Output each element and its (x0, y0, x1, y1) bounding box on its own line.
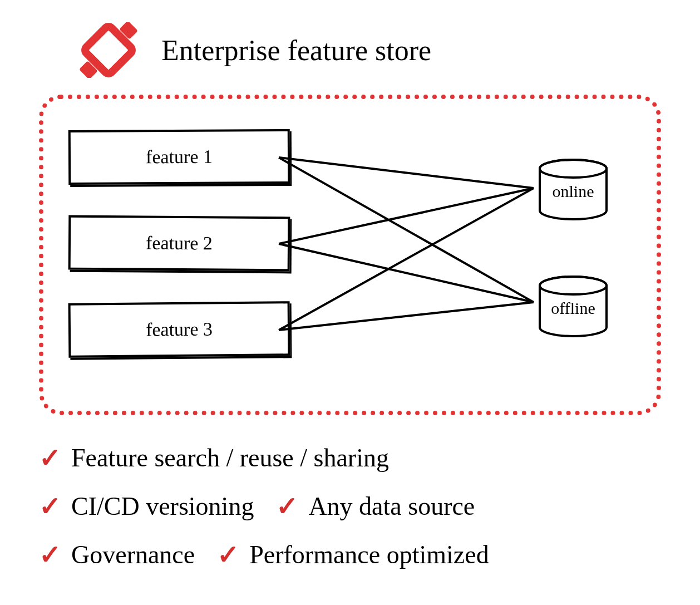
bullet-item: ✓ Any data source (276, 491, 475, 521)
svg-line-11 (279, 188, 534, 330)
diagram-canvas: feature 1 feature 2 feature 3 online off… (68, 124, 629, 380)
bullet-text: Any data source (308, 491, 475, 521)
bullet-row: ✓ Feature search / reuse / sharing (39, 443, 661, 473)
bullet-row: ✓ CI/CD versioning ✓ Any data source (39, 491, 661, 521)
check-icon: ✓ (217, 542, 239, 568)
database-offline: offline (534, 274, 612, 338)
bullet-text: Performance optimized (249, 540, 489, 569)
svg-line-10 (279, 244, 534, 302)
diagram-header: Enterprise feature store (22, 22, 678, 78)
check-icon: ✓ (39, 542, 61, 568)
bullet-text: Governance (71, 540, 195, 569)
database-online: online (534, 158, 612, 222)
check-icon: ✓ (276, 493, 298, 520)
feature-label: feature 1 (146, 146, 213, 168)
check-icon: ✓ (39, 445, 61, 471)
feature-store-container: feature 1 feature 2 feature 3 online off… (39, 95, 661, 415)
feature-box-3: feature 3 (68, 301, 290, 357)
database-label: offline (551, 299, 595, 318)
bullet-list: ✓ Feature search / reuse / sharing ✓ CI/… (22, 437, 678, 594)
feature-label: feature 3 (146, 318, 213, 340)
bullet-item: ✓ CI/CD versioning (39, 491, 254, 521)
feature-box-1: feature 1 (68, 129, 290, 185)
diagram-title: Enterprise feature store (161, 34, 431, 67)
feature-label: feature 2 (146, 233, 213, 254)
bullet-item: ✓ Feature search / reuse / sharing (39, 443, 389, 473)
check-icon: ✓ (39, 493, 61, 520)
bullet-text: Feature search / reuse / sharing (71, 443, 389, 473)
svg-line-7 (279, 158, 534, 188)
svg-line-8 (279, 158, 534, 302)
database-label: online (553, 182, 594, 201)
bullet-text: CI/CD versioning (71, 491, 254, 521)
bullet-row: ✓ Governance ✓ Performance optimized (39, 540, 661, 569)
bullet-item: ✓ Performance optimized (217, 540, 489, 569)
feature-box-2: feature 2 (68, 215, 290, 272)
svg-line-9 (279, 188, 534, 244)
brand-logo-icon (78, 22, 139, 78)
svg-line-12 (279, 302, 534, 330)
bullet-item: ✓ Governance (39, 540, 195, 569)
